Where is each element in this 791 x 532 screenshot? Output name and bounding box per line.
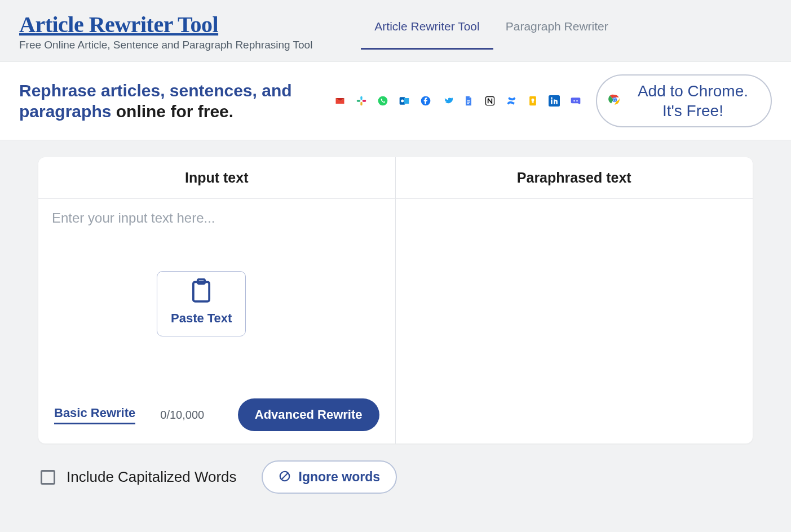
twitter-icon xyxy=(441,95,453,107)
svg-rect-2 xyxy=(360,102,362,106)
promo-bar: Rephrase articles, sentences, and paragr… xyxy=(0,61,791,140)
svg-point-20 xyxy=(576,100,578,102)
svg-rect-1 xyxy=(357,100,361,101)
output-pane: Paraphrased text xyxy=(396,157,753,444)
include-capitalized-checkbox[interactable]: Include Capitalized Words xyxy=(41,468,237,486)
svg-point-6 xyxy=(401,100,404,103)
svg-point-18 xyxy=(551,97,553,99)
basic-rewrite-tab[interactable]: Basic Rewrite xyxy=(54,406,135,424)
svg-point-14 xyxy=(531,99,534,101)
google-keep-icon xyxy=(527,95,538,107)
google-docs-icon xyxy=(463,95,474,107)
svg-rect-17 xyxy=(551,100,553,104)
options-row: Include Capitalized Words Ignore words xyxy=(38,444,753,494)
site-header: Article Rewriter Tool Free Online Articl… xyxy=(0,0,791,61)
checkbox-icon xyxy=(41,470,55,485)
svg-point-24 xyxy=(613,99,616,101)
output-textarea xyxy=(396,199,753,444)
integration-icons xyxy=(334,95,581,107)
promo-text: Rephrase articles, sentences, and paragr… xyxy=(19,80,292,122)
slack-icon xyxy=(356,95,367,107)
svg-rect-11 xyxy=(467,103,469,104)
primary-nav: Article Rewriter Tool Paragraph Rewriter xyxy=(374,15,608,48)
linkedin-icon xyxy=(549,95,560,107)
input-textarea[interactable]: Enter your input text here... Paste Text xyxy=(38,199,395,391)
svg-rect-3 xyxy=(363,100,366,101)
whatsapp-icon xyxy=(377,95,388,107)
notion-icon xyxy=(484,95,496,107)
input-pane: Input text Enter your input text here...… xyxy=(38,157,396,444)
outlook-icon xyxy=(399,95,410,107)
svg-rect-0 xyxy=(360,96,362,100)
logo-subtitle: Free Online Article, Sentence and Paragr… xyxy=(19,39,312,51)
nav-paragraph-rewriter[interactable]: Paragraph Rewriter xyxy=(506,15,608,48)
ignore-words-button[interactable]: Ignore words xyxy=(262,460,397,494)
svg-rect-15 xyxy=(532,101,533,103)
svg-point-4 xyxy=(378,96,388,106)
gmail-icon xyxy=(334,95,346,107)
confluence-icon xyxy=(506,95,517,107)
svg-rect-25 xyxy=(193,282,209,302)
logo-block: Article Rewriter Tool Free Online Articl… xyxy=(19,11,312,51)
input-footer: Basic Rewrite 0/10,000 Advanced Rewrite xyxy=(38,391,395,444)
chrome-icon xyxy=(607,92,622,109)
nav-article-rewriter[interactable]: Article Rewriter Tool xyxy=(374,15,479,48)
svg-rect-9 xyxy=(467,100,470,101)
discord-icon xyxy=(570,95,581,107)
input-placeholder: Enter your input text here... xyxy=(52,210,382,226)
editor-card: Input text Enter your input text here...… xyxy=(38,157,753,444)
facebook-icon xyxy=(420,95,431,107)
clipboard-icon xyxy=(190,278,213,305)
ban-icon xyxy=(279,470,291,485)
svg-line-28 xyxy=(281,473,288,479)
add-to-chrome-button[interactable]: Add to Chrome. It's Free! xyxy=(596,74,772,127)
advanced-rewrite-button[interactable]: Advanced Rewrite xyxy=(238,398,379,431)
paste-text-button[interactable]: Paste Text xyxy=(157,271,246,336)
svg-rect-7 xyxy=(404,98,409,104)
output-heading: Paraphrased text xyxy=(396,157,753,199)
svg-point-19 xyxy=(573,100,575,102)
workspace: Input text Enter your input text here...… xyxy=(0,140,791,494)
ignore-words-label: Ignore words xyxy=(299,469,380,485)
add-to-chrome-label: Add to Chrome. It's Free! xyxy=(638,81,748,121)
char-counter: 0/10,000 xyxy=(160,409,204,422)
svg-rect-10 xyxy=(467,102,470,103)
input-heading: Input text xyxy=(38,157,395,199)
logo-link[interactable]: Article Rewriter Tool xyxy=(19,12,218,37)
include-capitalized-label: Include Capitalized Words xyxy=(67,468,237,486)
paste-text-label: Paste Text xyxy=(171,311,232,326)
